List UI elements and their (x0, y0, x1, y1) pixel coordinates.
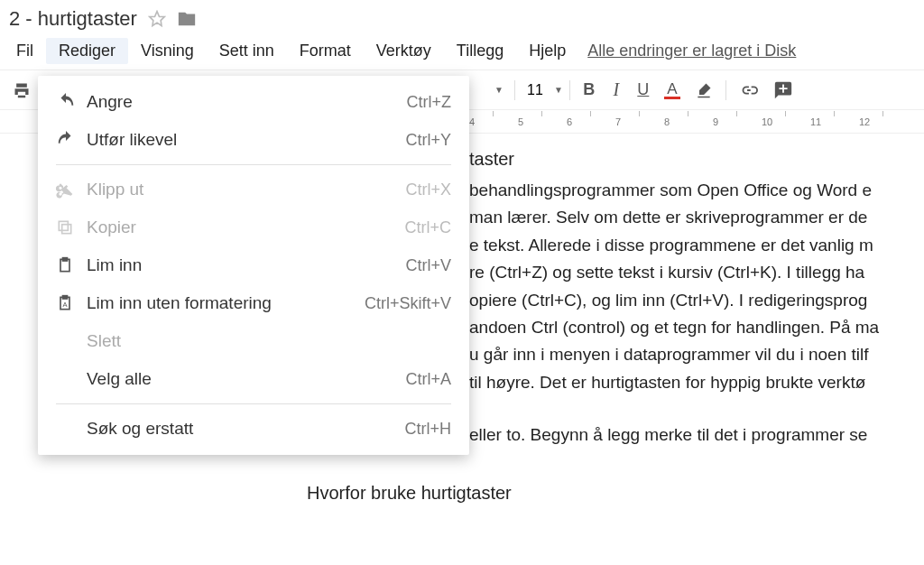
doc-text: e tekst. Allerede i disse programmene er… (469, 232, 924, 259)
menu-item-shortcut: Ctrl+Y (405, 131, 451, 150)
text-color-button[interactable]: A (657, 76, 688, 105)
star-icon[interactable] (148, 10, 166, 28)
paste-icon (56, 256, 87, 274)
title-bar: 2 - hurtigtaster (0, 0, 924, 34)
ruler-tick: 6 (567, 116, 614, 127)
menu-item-delete[interactable]: Slett (38, 322, 469, 360)
menu-item-label: Kopier (87, 218, 404, 237)
ruler-tick: 5 (518, 116, 565, 127)
menu-item-shortcut: Ctrl+Z (407, 93, 452, 112)
menu-item-shortcut: Ctrl+A (405, 370, 451, 389)
menu-item-label: Velg alle (87, 369, 405, 389)
toolbar-separator (569, 80, 570, 100)
highlight-button[interactable] (688, 76, 720, 105)
doc-text: til høyre. Det er hurtigtasten for hyppi… (469, 369, 924, 396)
doc-text: behandlingsprogrammer som Open Office og… (469, 177, 924, 204)
menu-hjelp[interactable]: Hjelp (516, 38, 578, 64)
menu-divider (56, 403, 451, 404)
underline-button[interactable]: U (630, 76, 657, 105)
ruler-tick: 10 (762, 116, 808, 127)
menu-item-shortcut: Ctrl+Skift+V (365, 294, 451, 313)
menu-item-paste-plain[interactable]: A Lim inn uten formatering Ctrl+Skift+V (38, 284, 469, 322)
ruler-tick: 7 (615, 116, 662, 127)
style-dropdown[interactable]: ▼ (489, 85, 509, 95)
ruler-tick: 12 (859, 116, 906, 127)
menu-rediger[interactable]: Rediger (46, 38, 128, 64)
ruler-tick: 9 (713, 116, 760, 127)
menu-visning[interactable]: Visning (128, 38, 207, 64)
menu-item-label: Angre (87, 92, 407, 112)
svg-rect-4 (63, 258, 68, 261)
svg-marker-0 (150, 12, 165, 26)
menubar: Fil Rediger Visning Sett inn Format Verk… (0, 34, 924, 70)
menu-item-find-replace[interactable]: Søk og erstatt Ctrl+H (38, 410, 469, 448)
doc-text: andoen Ctrl (control) og et tegn for han… (469, 314, 924, 341)
menu-item-label: Søk og erstatt (87, 419, 404, 439)
copy-icon (56, 218, 87, 236)
svg-rect-2 (59, 221, 68, 230)
redo-icon (56, 130, 87, 150)
doc-text: eller to. Begynn å legg merke til det i … (469, 421, 924, 449)
menu-item-label: Lim inn uten formatering (87, 293, 365, 313)
bold-button[interactable]: B (576, 76, 603, 105)
menu-item-label: Slett (87, 331, 451, 351)
toolbar-separator (725, 80, 726, 100)
menu-tillegg[interactable]: Tillegg (444, 38, 516, 64)
doc-heading: Hvorfor bruke hurtigtaster (307, 478, 924, 507)
svg-rect-1 (62, 225, 71, 234)
menu-item-select-all[interactable]: Velg alle Ctrl+A (38, 360, 469, 398)
ruler-tick: 8 (664, 116, 711, 127)
menu-item-shortcut: Ctrl+V (405, 256, 451, 275)
italic-button[interactable]: I (603, 76, 630, 105)
undo-icon (56, 92, 87, 112)
doc-heading: taster (469, 144, 924, 173)
doc-text: re (Ctrl+Z) og sette tekst i kursiv (Ctr… (469, 259, 924, 286)
autosave-status[interactable]: Alle endringer er lagret i Disk (587, 42, 796, 60)
menu-sett-inn[interactable]: Sett inn (207, 38, 287, 64)
menu-item-shortcut: Ctrl+C (404, 218, 451, 237)
menu-item-label: Klipp ut (87, 180, 405, 199)
menu-item-paste[interactable]: Lim inn Ctrl+V (38, 246, 469, 284)
toolbar-separator (514, 80, 515, 100)
menu-fil[interactable]: Fil (4, 38, 46, 64)
menu-item-redo[interactable]: Utfør likevel Ctrl+Y (38, 121, 469, 159)
menu-item-label: Lim inn (87, 255, 405, 275)
menu-item-cut[interactable]: Klipp ut Ctrl+X (38, 171, 469, 208)
doc-title[interactable]: 2 - hurtigtaster (9, 7, 137, 31)
menu-item-label: Utfør likevel (87, 130, 405, 150)
svg-rect-6 (63, 296, 68, 299)
ruler-tick: 4 (469, 116, 516, 127)
font-size-control[interactable]: ▼ (521, 81, 564, 99)
menu-item-undo[interactable]: Angre Ctrl+Z (38, 83, 469, 121)
menu-verktoy[interactable]: Verktøy (364, 38, 444, 64)
doc-text: u går inn i menyen i dataprogrammer vil … (469, 341, 924, 368)
insert-link-button[interactable] (732, 76, 766, 105)
ruler-tick: 11 (810, 116, 857, 127)
font-size-input[interactable] (522, 82, 549, 98)
menu-divider (56, 164, 451, 165)
menu-format[interactable]: Format (287, 38, 364, 64)
menu-item-shortcut: Ctrl+H (404, 420, 451, 439)
doc-text: opiere (Ctrl+C), og lim inn (Ctrl+V). I … (469, 287, 924, 314)
print-icon[interactable] (5, 76, 38, 105)
paste-plain-icon: A (56, 294, 87, 312)
folder-icon[interactable] (177, 9, 197, 29)
svg-text:A: A (62, 301, 67, 309)
doc-text: man lærer. Selv om dette er skriveprogra… (469, 204, 924, 231)
menu-item-copy[interactable]: Kopier Ctrl+C (38, 208, 469, 246)
add-comment-button[interactable] (766, 76, 800, 105)
edit-menu-dropdown: Angre Ctrl+Z Utfør likevel Ctrl+Y Klipp … (38, 76, 469, 455)
menu-item-shortcut: Ctrl+X (405, 181, 451, 199)
cut-icon (56, 181, 87, 199)
